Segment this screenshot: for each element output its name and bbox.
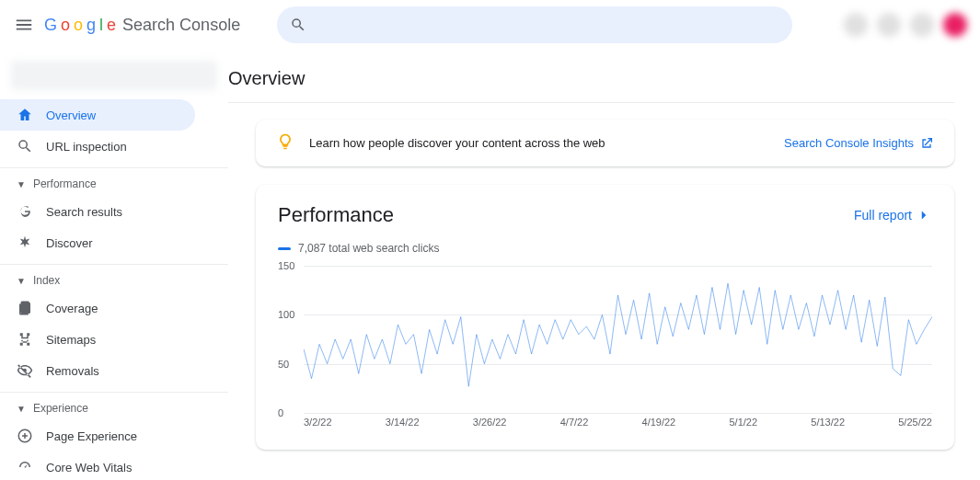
sidebar-group-label: Performance (33, 177, 97, 190)
sidebar-item-label: Overview (46, 109, 96, 122)
chart-legend: 7,087 total web search clicks (278, 242, 932, 255)
caret-down-icon: ▼ (17, 179, 26, 189)
sidebar-item-label: Removals (46, 364, 99, 378)
sidebar-item-page-experience[interactable]: Page Experience (0, 420, 195, 451)
sitemap-icon (17, 331, 33, 348)
legend-swatch (278, 247, 291, 250)
hamburger-menu-icon[interactable] (13, 14, 35, 36)
sidebar-item-sitemaps[interactable]: Sitemaps (0, 324, 195, 355)
chart-x-axis: 3/2/223/14/223/26/224/7/224/19/225/1/225… (278, 417, 932, 428)
sidebar-group-index[interactable]: ▼ Index (0, 264, 228, 292)
sidebar-group-experience[interactable]: ▼ Experience (0, 392, 228, 420)
caret-down-icon: ▼ (17, 404, 26, 414)
lightbulb-icon (276, 132, 294, 154)
sidebar-group-label: Index (33, 274, 60, 287)
sidebar: Overview URL inspection ▼ Performance Se… (0, 50, 228, 480)
search-icon (290, 17, 306, 33)
sidebar-item-search-results[interactable]: Search results (0, 196, 195, 227)
insights-text: Learn how people discover your content a… (309, 136, 605, 150)
page-title: Overview (228, 68, 954, 103)
performance-title: Performance (278, 203, 394, 227)
sidebar-item-label: Page Experience (46, 429, 137, 443)
sidebar-item-label: Sitemaps (46, 333, 96, 347)
sidebar-item-label: Core Web Vitals (46, 461, 132, 474)
caret-down-icon: ▼ (17, 276, 26, 286)
insights-card: Learn how people discover your content a… (256, 120, 954, 166)
performance-card: Performance Full report 7,087 total web … (256, 185, 954, 450)
sidebar-item-removals[interactable]: Removals (0, 355, 195, 386)
search-input[interactable] (277, 6, 792, 43)
insights-link[interactable]: Search Console Insights (784, 136, 934, 151)
eye-off-icon (17, 362, 33, 379)
open-external-icon (919, 136, 934, 151)
brand-logo: Google Search Console (44, 16, 240, 35)
sidebar-item-label: Search results (46, 205, 122, 219)
sidebar-group-label: Experience (33, 402, 88, 415)
search-icon (17, 138, 33, 154)
sidebar-item-label: URL inspection (46, 140, 127, 154)
home-icon (17, 107, 33, 123)
full-report-link[interactable]: Full report (854, 207, 932, 223)
asterisk-icon (17, 234, 33, 251)
sidebar-item-discover[interactable]: Discover (0, 227, 195, 258)
speed-icon (17, 459, 33, 475)
chevron-right-icon (916, 207, 932, 223)
brand-suffix: Search Console (122, 16, 240, 35)
sidebar-item-core-web-vitals[interactable]: Core Web Vitals (0, 451, 195, 480)
legend-label: 7,087 total web search clicks (298, 242, 439, 255)
pages-icon (17, 300, 33, 316)
sidebar-item-overview[interactable]: Overview (0, 99, 195, 131)
sidebar-group-performance[interactable]: ▼ Performance (0, 167, 228, 196)
sidebar-item-coverage[interactable]: Coverage (0, 292, 195, 324)
sidebar-item-label: Coverage (46, 302, 98, 315)
google-g-icon (17, 203, 33, 220)
sidebar-item-url-inspection[interactable]: URL inspection (0, 131, 195, 162)
performance-chart: 050100150 (278, 266, 932, 413)
sidebar-item-label: Discover (46, 236, 93, 250)
topbar-actions (844, 13, 967, 37)
plus-circle-icon (17, 428, 33, 444)
property-selector[interactable] (11, 61, 217, 90)
